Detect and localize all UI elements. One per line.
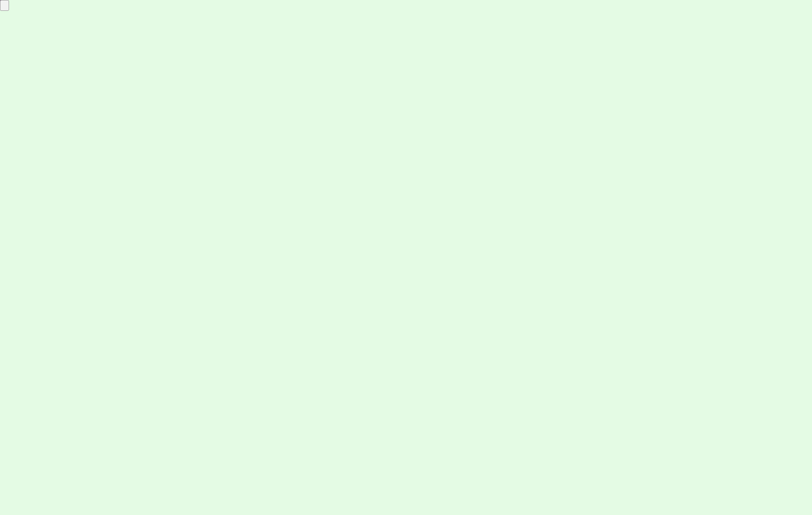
flamegraph-canvas[interactable] [0,0,812,515]
frame-tooltip [0,0,9,11]
status-bar [0,495,812,515]
